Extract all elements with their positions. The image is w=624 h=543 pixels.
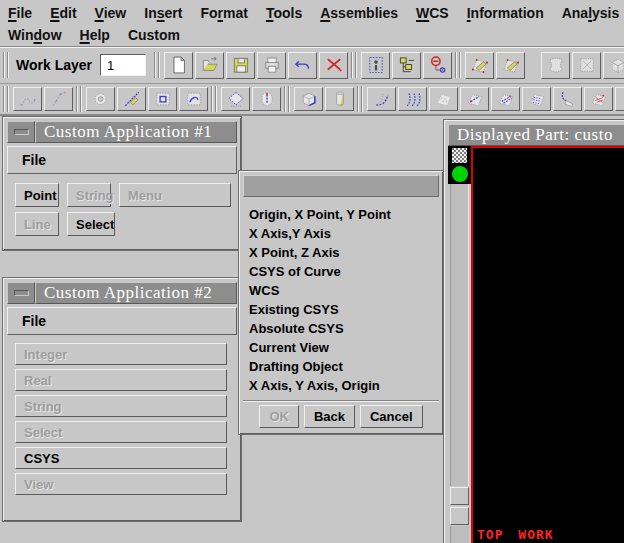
cancel-button[interactable]: Cancel [360, 405, 423, 428]
datum-axis-button[interactable] [252, 87, 281, 111]
rectangle-tool-button[interactable] [148, 87, 177, 111]
line-tool-button[interactable] [117, 87, 146, 111]
assembly-navigator-button[interactable] [392, 52, 421, 79]
datum-plane-button[interactable] [221, 87, 250, 111]
csys-option-drafting-object[interactable]: Drafting Object [249, 357, 437, 376]
block-icon [298, 89, 320, 109]
menu-analysis[interactable]: Analysis [562, 5, 620, 21]
offset-surface-icon [619, 89, 624, 109]
bridge-surface-icon [557, 89, 579, 109]
csys-option-current-view[interactable]: Current View [249, 338, 437, 357]
window1-titlebar[interactable]: Custom Application #1 [7, 121, 237, 143]
information-icon [365, 55, 387, 75]
menu-custom[interactable]: Custom [128, 27, 180, 43]
information-button[interactable] [361, 52, 390, 79]
menu-window[interactable]: Window [8, 27, 62, 43]
window1-file-menu[interactable]: File [7, 146, 237, 174]
menu-help[interactable]: Help [80, 27, 110, 43]
string-button: String [67, 183, 111, 207]
csys-option-csys-of-curve[interactable]: CSYS of Curve [249, 262, 437, 281]
through-curves-button[interactable] [398, 87, 427, 111]
curve-mesh-surface-icon [526, 89, 548, 109]
circle-tool-button[interactable] [86, 87, 115, 111]
arc-tool-icon [183, 89, 205, 109]
menu-view[interactable]: View [95, 5, 127, 21]
menu-insert[interactable]: Insert [144, 5, 182, 21]
sketch-curve-button[interactable] [496, 52, 525, 79]
work-layer-input[interactable] [100, 54, 146, 76]
toolbar-separator [351, 52, 358, 78]
point-button[interactable]: Point [15, 183, 59, 207]
menu-assemblies[interactable]: Assemblies [320, 5, 398, 21]
through-curves-icon [402, 89, 424, 109]
menu-format[interactable]: Format [200, 5, 247, 21]
csys-option-origin-xpoint-ypoint[interactable]: Origin, X Point, Y Point [249, 205, 437, 224]
graphics-window: Displayed Part: custo TOP WORK [443, 119, 624, 543]
window2-file-menu[interactable]: File [7, 307, 237, 335]
point-cloud-surface-button[interactable] [429, 87, 458, 111]
spline-icon [48, 89, 70, 109]
graphics-window-title: Displayed Part: custo [448, 124, 624, 146]
csys-option-existing-csys[interactable]: Existing CSYS [249, 300, 437, 319]
n-sided-surface-button[interactable] [584, 87, 613, 111]
circle-tool-icon [90, 89, 112, 109]
csys-option-xaxis-yaxis[interactable]: X Axis,Y Axis [249, 224, 437, 243]
spline-button [44, 87, 73, 111]
form-feature-b-button [572, 52, 601, 79]
csys-option-xaxis-yaxis-origin[interactable]: X Axis, Y Axis, Origin [249, 376, 437, 395]
print-button[interactable] [257, 52, 286, 79]
stoplight-green-light[interactable] [452, 166, 468, 182]
new-part-button[interactable] [164, 52, 193, 79]
minimize-button[interactable] [7, 282, 35, 304]
graphics-viewport[interactable]: TOP WORK [471, 146, 624, 543]
work-layer-panel: Work Layer [12, 54, 152, 76]
csys-option-wcs[interactable]: WCS [249, 281, 437, 300]
section-surface-button[interactable] [491, 87, 520, 111]
strip-button-lower[interactable] [450, 507, 469, 525]
block-button[interactable] [294, 87, 323, 111]
strip-button-upper[interactable] [450, 487, 469, 505]
graphics-body: TOP WORK [448, 146, 624, 543]
toolbar-separator [357, 86, 364, 112]
toolbar-curves-features [0, 83, 624, 116]
menubar-row-1: FileEditViewInsertFormatToolsAssembliesW… [8, 2, 616, 24]
stoplight-busy-cell [452, 148, 467, 163]
dialog-titlebar[interactable] [243, 175, 439, 197]
graphics-titlebar[interactable]: Displayed Part: custo [448, 124, 624, 146]
csys-button[interactable]: CSYS [15, 447, 227, 469]
menu-information[interactable]: Information [467, 5, 544, 21]
minimize-button[interactable] [7, 121, 35, 143]
suppress-button[interactable] [423, 52, 452, 79]
csys-option-xpoint-zaxis[interactable]: X Point, Z Axis [249, 243, 437, 262]
window2-title: Custom Application #2 [35, 282, 237, 304]
view-orientation-label: TOP WORK [477, 527, 554, 542]
dialog-button-row: OK Back Cancel [243, 400, 439, 430]
csys-option-absolute-csys[interactable]: Absolute CSYS [249, 319, 437, 338]
print-icon [261, 55, 283, 75]
offset-surface-button[interactable] [615, 87, 624, 111]
open-part-button[interactable] [195, 52, 224, 79]
menu-tools[interactable]: Tools [266, 5, 302, 21]
swept-surface-button[interactable] [460, 87, 489, 111]
window2-titlebar[interactable]: Custom Application #2 [7, 282, 237, 304]
select-button[interactable]: Select [67, 212, 115, 236]
arc-tool-button[interactable] [179, 87, 208, 111]
minimize-icon [14, 290, 29, 296]
menu-edit[interactable]: Edit [50, 5, 76, 21]
back-button[interactable]: Back [304, 405, 355, 428]
menubar-row-2: WindowHelpCustom [8, 24, 616, 46]
save-part-button[interactable] [226, 52, 255, 79]
undo-button[interactable] [288, 52, 317, 79]
menu-file[interactable]: File [8, 5, 32, 21]
string-button: String [15, 395, 227, 417]
form-feature-a-icon [545, 55, 567, 75]
ruled-surface-button[interactable] [367, 87, 396, 111]
delete-button[interactable] [319, 52, 348, 79]
cylinder-button[interactable] [325, 87, 354, 111]
bridge-surface-button[interactable] [553, 87, 582, 111]
strip-trough-bottom [450, 526, 469, 543]
sketch-button[interactable] [465, 52, 494, 79]
menu-wcs[interactable]: WCS [416, 5, 449, 21]
curve-mesh-surface-button[interactable] [522, 87, 551, 111]
toolbar-separator [284, 86, 291, 112]
